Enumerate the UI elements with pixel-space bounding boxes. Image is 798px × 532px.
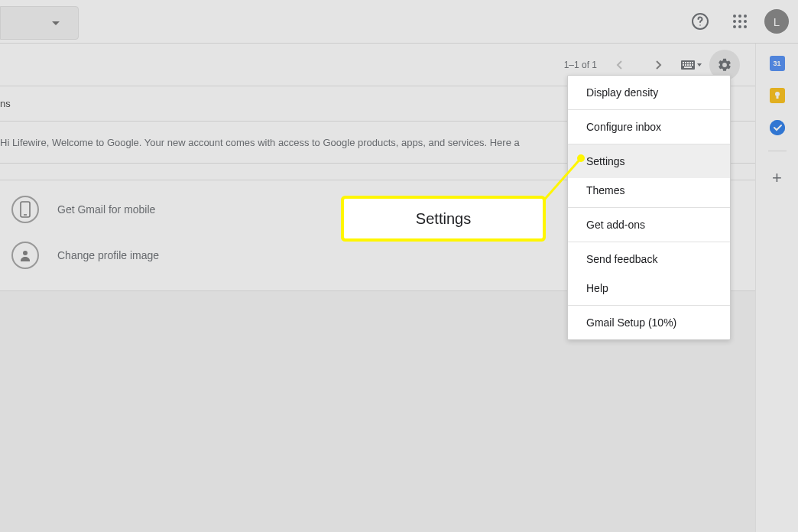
- menu-item-label: Help: [586, 282, 608, 294]
- email-snippet: Hi Lifewire, Welcome to Google. Your new…: [0, 137, 520, 148]
- callout-label: Settings: [416, 210, 471, 228]
- svg-rect-16: [692, 62, 693, 63]
- calendar-day-label: 31: [773, 60, 780, 67]
- menu-item-get-addons[interactable]: Get add-ons: [568, 208, 730, 242]
- svg-rect-21: [692, 64, 693, 66]
- menu-item-label: Settings: [586, 155, 625, 167]
- svg-point-9: [738, 25, 741, 28]
- divider: [768, 151, 787, 151]
- chevron-right-icon: [654, 60, 662, 70]
- header-actions: L: [685, 6, 789, 37]
- chevron-down-icon: [697, 63, 702, 66]
- svg-rect-22: [684, 66, 692, 68]
- menu-item-help[interactable]: Help: [568, 276, 730, 305]
- keep-icon: [770, 88, 785, 103]
- phone-icon: [11, 196, 39, 223]
- svg-rect-17: [683, 64, 684, 66]
- svg-rect-20: [689, 64, 691, 66]
- tasks-icon: [770, 120, 785, 135]
- menu-item-label: Send feedback: [586, 253, 657, 265]
- section-header-text-fragment: ns: [0, 98, 11, 109]
- tasks-addon-button[interactable]: [770, 120, 785, 135]
- svg-point-4: [744, 15, 747, 18]
- menu-item-label: Get add-ons: [586, 219, 645, 231]
- svg-point-6: [738, 20, 741, 23]
- menu-item-label: Display density: [586, 86, 658, 99]
- menu-item-configure-inbox[interactable]: Configure inbox: [568, 110, 730, 144]
- keep-addon-button[interactable]: [770, 88, 785, 103]
- apps-icon: [732, 14, 748, 29]
- svg-point-1: [699, 24, 701, 26]
- help-icon: [691, 12, 709, 31]
- menu-item-label: Configure inbox: [586, 121, 661, 133]
- menu-item-send-feedback[interactable]: Send feedback: [568, 242, 730, 276]
- app-header: L: [0, 0, 798, 44]
- svg-rect-15: [689, 62, 691, 63]
- person-icon: [11, 242, 39, 269]
- svg-point-3: [738, 15, 741, 18]
- setup-item-label: Get Gmail for mobile: [57, 203, 155, 216]
- svg-rect-14: [687, 62, 689, 63]
- svg-rect-13: [685, 62, 686, 63]
- apps-button[interactable]: [725, 6, 755, 37]
- svg-point-10: [744, 25, 747, 28]
- svg-point-29: [770, 120, 785, 135]
- callout-settings: Settings: [344, 199, 543, 238]
- chevron-left-icon: [616, 60, 624, 70]
- svg-rect-12: [683, 62, 684, 63]
- gear-icon: [717, 57, 732, 73]
- svg-rect-18: [685, 64, 686, 66]
- svg-point-25: [23, 251, 28, 255]
- svg-point-27: [775, 92, 780, 96]
- svg-point-2: [733, 15, 736, 18]
- menu-item-settings[interactable]: Settings: [568, 144, 730, 178]
- keyboard-icon: [681, 60, 695, 70]
- compose-dropdown[interactable]: [0, 6, 79, 40]
- menu-item-themes[interactable]: Themes: [568, 178, 730, 207]
- menu-item-label: Gmail Setup (10%): [586, 316, 676, 329]
- side-panel: 31 +: [755, 44, 798, 532]
- svg-point-8: [733, 25, 736, 28]
- avatar[interactable]: L: [764, 9, 789, 34]
- svg-point-7: [744, 20, 747, 23]
- setup-item-label: Change profile image: [57, 249, 159, 261]
- menu-item-display-density[interactable]: Display density: [568, 76, 730, 109]
- menu-item-gmail-setup[interactable]: Gmail Setup (10%): [568, 306, 730, 339]
- menu-item-label: Themes: [586, 184, 625, 196]
- chevron-down-icon: [52, 21, 60, 25]
- help-button[interactable]: [685, 6, 715, 37]
- add-addon-button[interactable]: +: [772, 168, 782, 188]
- svg-rect-19: [687, 64, 689, 66]
- svg-point-5: [733, 20, 736, 23]
- settings-dropdown: Display density Configure inbox Settings…: [567, 75, 731, 340]
- avatar-letter: L: [774, 15, 780, 28]
- svg-rect-28: [776, 96, 778, 99]
- calendar-addon-button[interactable]: 31: [770, 56, 785, 71]
- pagination-label: 1–1 of 1: [564, 60, 597, 70]
